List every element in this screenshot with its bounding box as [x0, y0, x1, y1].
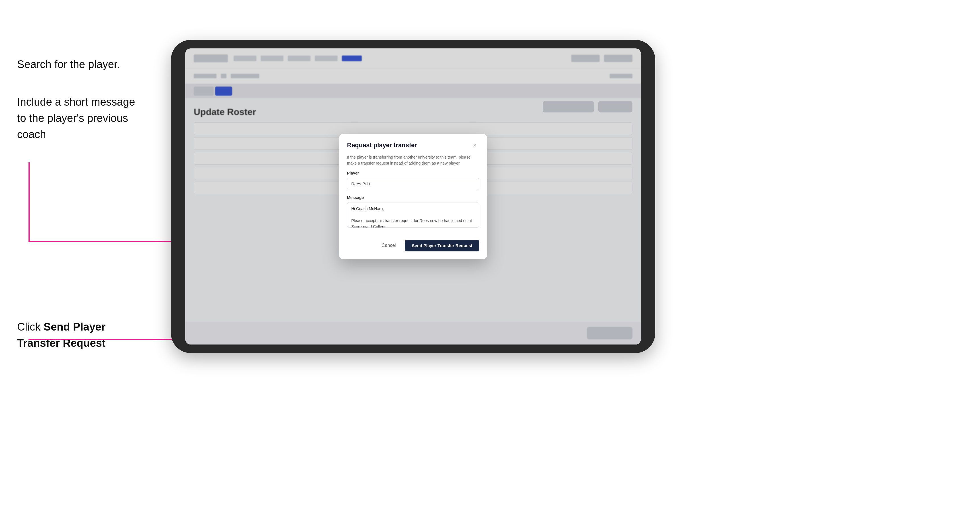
player-label: Player [347, 171, 479, 175]
annotation-send: Click Send PlayerTransfer Request [17, 319, 154, 351]
modal-description: If the player is transferring from anoth… [339, 154, 487, 171]
modal-title: Request player transfer [347, 141, 417, 149]
annotation-message: Include a short messageto the player's p… [17, 94, 154, 143]
modal-dialog: Request player transfer × If the player … [339, 134, 487, 259]
modal-overlay: Request player transfer × If the player … [185, 48, 641, 344]
cancel-button[interactable]: Cancel [377, 240, 401, 251]
message-label: Message [347, 195, 479, 200]
annotation-line-vertical-1 [29, 162, 30, 242]
modal-body: Player Message Hi Coach McHarg, Please a… [339, 171, 487, 240]
tablet-device: Update Roster Request player transfer × [171, 40, 655, 353]
message-textarea[interactable]: Hi Coach McHarg, Please accept this tran… [347, 202, 479, 228]
tablet-screen: Update Roster Request player transfer × [185, 48, 641, 344]
modal-footer: Cancel Send Player Transfer Request [339, 240, 487, 259]
annotation-send-prefix: Click [17, 321, 44, 333]
player-input[interactable] [347, 178, 479, 190]
annotation-search: Search for the player. [17, 57, 120, 72]
send-transfer-request-button[interactable]: Send Player Transfer Request [405, 240, 479, 251]
modal-close-button[interactable]: × [470, 141, 479, 150]
modal-header: Request player transfer × [339, 134, 487, 154]
